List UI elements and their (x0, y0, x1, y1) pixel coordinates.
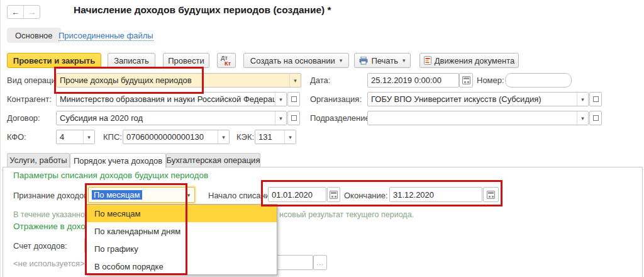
calendar-icon (487, 191, 495, 199)
writeoff-start-field[interactable]: 01.01.2020 (268, 187, 326, 202)
contract-combo[interactable]: Субсидия на 2020 год ▾ (56, 111, 287, 125)
date-calendar-button[interactable] (459, 73, 473, 88)
open-form-icon (291, 96, 297, 102)
date-field[interactable]: 25.12.2019 0:00:00 (367, 73, 459, 88)
document-movements-label: Движения документа (435, 56, 514, 65)
tab-services[interactable]: Услуги, работы (7, 153, 70, 167)
chevron-down-icon[interactable]: ▾ (183, 188, 194, 202)
counterparty-open-button[interactable] (287, 92, 300, 106)
kfo-value: 4 (57, 132, 83, 142)
kfo-label: КФО: (7, 132, 26, 142)
nav-history-group: ← → (7, 5, 40, 19)
ellipsis-icon: ... (316, 259, 324, 266)
recognition-value: По месяцам (92, 190, 142, 200)
operation-kind-value: Прочие доходы будущих периодов (57, 76, 289, 85)
number-field[interactable] (505, 73, 572, 88)
counterparty-label: Контрагент: (7, 94, 52, 104)
show-postings-button[interactable]: Дт Кт (217, 53, 236, 68)
contract-value: Субсидия на 2020 год (57, 113, 275, 123)
open-form-icon (593, 115, 599, 121)
chevron-down-icon[interactable]: ▾ (284, 130, 296, 144)
recognition-combo[interactable]: По месяцам ▾ (88, 187, 195, 203)
chevron-down-icon[interactable]: ▾ (275, 111, 286, 125)
tab-accounting[interactable]: Бухгалтерская операция (166, 153, 260, 167)
organization-combo[interactable]: ГОБУ ВПО Университет искусств (Субсидия)… (367, 92, 589, 106)
chevron-down-icon[interactable]: ▾ (83, 130, 94, 144)
chevron-down-icon[interactable]: ▾ (577, 111, 588, 125)
organization-open-button[interactable] (589, 92, 602, 106)
writeoff-hint-left: В течение указанного (13, 210, 85, 219)
contract-open-button[interactable] (287, 111, 300, 125)
post-button[interactable]: Провести (163, 53, 209, 68)
writeoff-end-calendar-button[interactable] (483, 187, 499, 202)
post-and-close-button[interactable]: Провести и закрыть (7, 53, 101, 68)
number-label: Номер: (477, 76, 504, 85)
chevron-down-icon[interactable]: ▾ (577, 93, 588, 106)
recognition-dropdown-list: По месяцам По календарным дням По график… (86, 204, 277, 275)
writeoff-end-field[interactable]: 31.12.2020 (389, 187, 482, 202)
chevron-down-icon: ▾ (340, 57, 343, 64)
operation-kind-label: Вид операции (7, 76, 60, 85)
organization-value: ГОБУ ВПО Университет искусств (Субсидия) (368, 94, 577, 104)
writeoff-hint-right: нсовый результат текущего периода. (279, 210, 414, 219)
print-label: Печать (371, 56, 398, 65)
chevron-down-icon[interactable]: ▾ (275, 93, 286, 106)
printer-icon (359, 57, 368, 65)
post-and-close-label: Провести и закрыть (13, 56, 95, 65)
tab-main[interactable]: Основное (7, 28, 61, 43)
not-used-label: <не используется>: (13, 259, 87, 268)
writeoff-end-label: Окончание: (344, 191, 388, 200)
page-title: Начисление доходов будущих периодов (соз… (74, 4, 331, 16)
not-used-ellipsis-button[interactable]: ... (313, 255, 327, 270)
tab-income-order[interactable]: Порядок учета доходов (70, 153, 166, 168)
kps-label: КПС: (103, 132, 122, 142)
writeoff-start-value: 01.01.2020 (269, 190, 326, 200)
document-movements-icon (424, 56, 431, 65)
chevron-down-icon[interactable]: ▾ (289, 74, 301, 87)
dropdown-item-special-order[interactable]: В особом порядке (87, 257, 277, 275)
contract-label: Договор: (7, 113, 40, 123)
date-value: 25.12.2019 0:00:00 (368, 76, 458, 85)
department-open-button[interactable] (589, 111, 602, 125)
calendar-icon (330, 191, 338, 199)
income-account-label: Счет доходов: (13, 241, 67, 251)
kek-label: КЭК: (236, 132, 254, 142)
chevron-down-icon: ▾ (402, 57, 406, 64)
dropdown-item-by-months[interactable]: По месяцам (87, 205, 277, 222)
post-label: Провести (168, 56, 204, 65)
kps-combo[interactable]: 07060000000000130 ▾ (123, 130, 230, 144)
counterparty-value: Министерство образования и науки Российс… (57, 94, 275, 104)
organization-label: Организация: (310, 94, 362, 104)
forward-icon[interactable]: → (23, 6, 40, 18)
writeoff-end-value: 31.12.2020 (390, 190, 482, 200)
writeoff-start-calendar-button[interactable] (327, 187, 340, 202)
date-label: Дата: (310, 76, 330, 85)
recognition-label: Признание доходов (13, 191, 88, 200)
create-on-basis-label: Создать на основании (250, 56, 335, 65)
back-icon[interactable]: ← (8, 6, 23, 18)
create-on-basis-button[interactable]: Создать на основании ▾ (243, 53, 349, 68)
write-label: Записать (114, 56, 149, 65)
chevron-down-icon[interactable]: ▾ (218, 130, 229, 144)
department-label: Подразделение: (310, 113, 372, 123)
kfo-combo[interactable]: 4 ▾ (56, 130, 95, 144)
print-button[interactable]: Печать ▾ (354, 53, 411, 68)
dropdown-item-by-schedule[interactable]: По графику (87, 240, 277, 257)
counterparty-combo[interactable]: Министерство образования и науки Российс… (56, 92, 287, 106)
attached-files-link[interactable]: Присоединенные файлы (58, 31, 153, 41)
document-movements-button[interactable]: Движения документа (419, 53, 519, 68)
department-combo[interactable]: ▾ (367, 111, 589, 125)
writeoff-section-header: Параметры списания доходов будущих перио… (13, 171, 208, 180)
reflection-section-header: Отражение в дохо (13, 222, 85, 231)
dropdown-item-by-calendar-days[interactable]: По календарным дням (87, 222, 277, 240)
document-window: ← → Начисление доходов будущих периодов … (0, 0, 644, 277)
calendar-icon (462, 76, 470, 84)
open-form-icon (291, 115, 297, 121)
write-button[interactable]: Записать (108, 53, 155, 68)
kps-value: 07060000000000130 (123, 132, 218, 142)
operation-kind-combo[interactable]: Прочие доходы будущих периодов ▾ (56, 73, 301, 88)
kek-value: 131 (255, 132, 284, 142)
open-form-icon (593, 96, 599, 102)
kek-combo[interactable]: 131 ▾ (255, 130, 296, 144)
writeoff-start-label: Начало списания (208, 191, 274, 200)
